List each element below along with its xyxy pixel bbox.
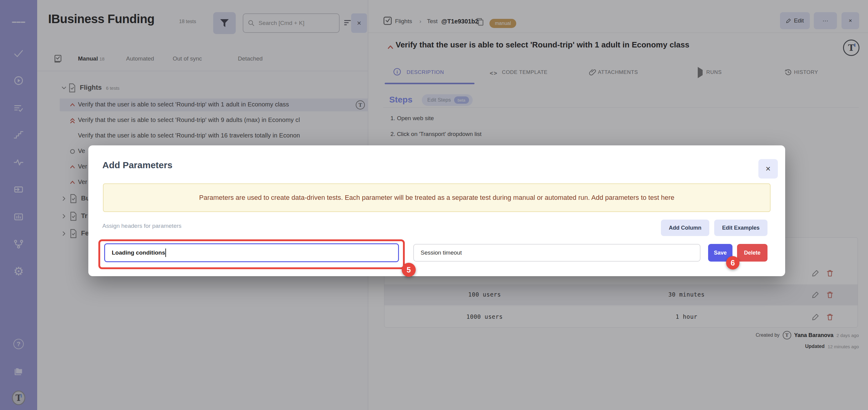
add-parameters-modal: Add Parameters × Parameters are used to …: [88, 145, 785, 276]
parameter-name-input-2[interactable]: Session timeout: [413, 244, 701, 262]
info-banner: Parameters are used to create data-drive…: [103, 183, 771, 212]
assign-headers-label: Assign headers for parameters: [102, 223, 182, 229]
modal-close-button[interactable]: ×: [758, 159, 778, 178]
app-window: ⚙ ? T IBusiness Funding 18 tests × Manua…: [0, 0, 868, 410]
modal-title: Add Parameters: [102, 160, 173, 170]
add-column-button[interactable]: Add Column: [661, 219, 709, 236]
annotation-badge-6: 6: [726, 256, 740, 270]
edit-examples-button[interactable]: Edit Examples: [714, 219, 768, 236]
annotation-badge-5: 5: [402, 263, 416, 277]
annotation-highlight-box: [98, 239, 405, 269]
delete-button[interactable]: Delete: [737, 244, 768, 262]
